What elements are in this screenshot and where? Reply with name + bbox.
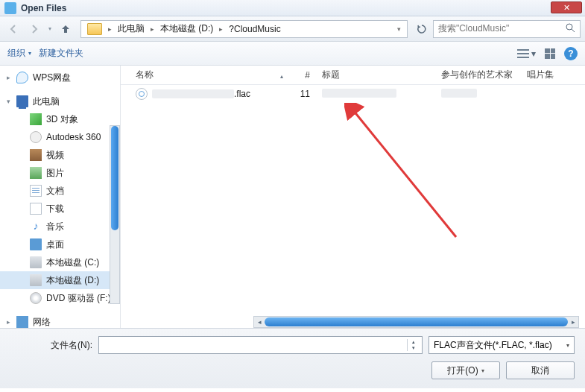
sidebar-label: 音乐 bbox=[46, 221, 64, 233]
sidebar-item-disk-c[interactable]: 本地磁盘 (C:) bbox=[0, 253, 120, 271]
breadcrumb[interactable]: ▸ 此电脑 ▸ 本地磁盘 (D:) ▸ ?CloudMusic ▾ bbox=[80, 20, 408, 38]
close-button[interactable]: ✕ bbox=[551, 1, 582, 13]
sidebar-scrollbar[interactable] bbox=[110, 125, 120, 304]
sidebar-item-network[interactable]: ▸网络 bbox=[0, 313, 120, 328]
sidebar-item-music[interactable]: ♪音乐 bbox=[0, 218, 120, 235]
sidebar-label: 本地磁盘 (D:) bbox=[46, 274, 99, 287]
view-mode-button[interactable]: ▾ bbox=[517, 48, 536, 59]
sidebar-item-autodesk[interactable]: Autodesk 360 bbox=[0, 128, 120, 146]
filename-history-spinner[interactable]: ▴▾ bbox=[407, 339, 419, 351]
open-button[interactable]: 打开(O) ▾ bbox=[431, 361, 500, 379]
back-button[interactable] bbox=[4, 20, 22, 38]
a360-icon bbox=[30, 131, 42, 143]
cell-artist bbox=[435, 89, 521, 100]
sidebar-item-desktop[interactable]: 桌面 bbox=[0, 235, 120, 253]
svg-rect-4 bbox=[517, 57, 529, 58]
new-folder-button[interactable]: 新建文件夹 bbox=[39, 47, 83, 60]
help-button[interactable]: ? bbox=[564, 47, 578, 60]
sort-asc-icon: ▴ bbox=[280, 73, 283, 80]
sidebar-item-pictures[interactable]: 图片 bbox=[0, 164, 120, 182]
scrollbar-thumb[interactable] bbox=[265, 317, 568, 326]
arrow-up-icon bbox=[60, 23, 72, 35]
sidebar-label: WPS网盘 bbox=[33, 72, 71, 84]
network-icon bbox=[16, 316, 28, 328]
filter-label: FLAC声音文件(*.FLAC, *.flac) bbox=[434, 339, 552, 352]
sidebar-label: DVD 驱动器 (F:) bbox=[46, 292, 111, 305]
sidebar-item-this-pc[interactable]: ▾此电脑 bbox=[0, 92, 120, 110]
flac-file-icon bbox=[136, 88, 148, 100]
sidebar-item-documents[interactable]: 文档 bbox=[0, 182, 120, 200]
desktop-icon bbox=[30, 238, 42, 250]
search-placeholder: 搜索"CloudMusic" bbox=[438, 22, 509, 35]
scroll-right-button[interactable]: ▸ bbox=[568, 317, 578, 327]
video-icon bbox=[30, 149, 42, 161]
refresh-button[interactable] bbox=[414, 21, 430, 37]
arrow-right-icon bbox=[28, 23, 40, 35]
sidebar-label: 本地磁盘 (C:) bbox=[46, 256, 99, 269]
expand-icon[interactable]: ▸ bbox=[4, 74, 12, 81]
column-title[interactable]: 标题 bbox=[316, 69, 435, 81]
breadcrumb-dropdown[interactable]: ▾ bbox=[394, 25, 404, 33]
sidebar-item-video[interactable]: 视频 bbox=[0, 146, 120, 164]
sidebar-item-wps[interactable]: ▸WPS网盘 bbox=[0, 69, 120, 86]
up-button[interactable] bbox=[57, 20, 75, 38]
svg-rect-2 bbox=[517, 49, 529, 51]
dvd-icon bbox=[30, 292, 42, 304]
body: ▸WPS网盘 ▾此电脑 3D 对象 Autodesk 360 视频 图片 文档 … bbox=[0, 66, 585, 328]
search-icon bbox=[565, 22, 575, 35]
crumb-folder[interactable]: ?CloudMusic bbox=[226, 24, 283, 34]
filename-label: 文件名(N): bbox=[10, 339, 92, 352]
cell-title bbox=[316, 89, 435, 100]
filename-value bbox=[102, 340, 407, 350]
cancel-button[interactable]: 取消 bbox=[506, 361, 575, 379]
chevron-right-icon: ▸ bbox=[218, 25, 224, 33]
expand-icon[interactable]: ▸ bbox=[4, 318, 12, 326]
file-type-filter[interactable]: FLAC声音文件(*.FLAC, *.flac) ▾ bbox=[429, 336, 575, 354]
column-name[interactable]: 名称▴ bbox=[130, 69, 286, 81]
sidebar-label: Autodesk 360 bbox=[46, 132, 101, 142]
filename-input[interactable]: ▴▾ bbox=[98, 336, 423, 354]
chevron-down-icon: ▾ bbox=[408, 345, 419, 351]
crumb-drive[interactable]: 本地磁盘 (D:) bbox=[157, 22, 216, 35]
folder-icon bbox=[87, 23, 102, 35]
organize-menu[interactable]: 组织 ▾ bbox=[7, 47, 31, 60]
preview-pane-button[interactable] bbox=[545, 48, 555, 59]
sidebar-label: 3D 对象 bbox=[46, 113, 78, 126]
sidebar-item-downloads[interactable]: 下载 bbox=[0, 200, 120, 218]
music-icon: ♪ bbox=[30, 221, 42, 233]
column-album[interactable]: 唱片集 bbox=[521, 69, 585, 81]
cube-icon bbox=[30, 113, 42, 125]
sidebar-item-dvd[interactable]: DVD 驱动器 (F:) bbox=[0, 289, 120, 307]
collapse-icon[interactable]: ▾ bbox=[4, 98, 12, 105]
sidebar-label: 图片 bbox=[46, 167, 64, 180]
new-folder-label: 新建文件夹 bbox=[39, 47, 83, 60]
forward-button[interactable] bbox=[25, 20, 43, 38]
history-dropdown[interactable]: ▾ bbox=[46, 25, 54, 32]
scrollbar-thumb[interactable] bbox=[111, 126, 118, 230]
chevron-right-icon: ▸ bbox=[149, 25, 156, 33]
redacted-artist bbox=[441, 89, 477, 98]
file-row[interactable]: .flac 11 bbox=[121, 85, 585, 103]
cancel-label: 取消 bbox=[531, 364, 549, 377]
organize-label: 组织 bbox=[7, 47, 25, 60]
sidebar: ▸WPS网盘 ▾此电脑 3D 对象 Autodesk 360 视频 图片 文档 … bbox=[0, 66, 121, 328]
scroll-left-button[interactable]: ◂ bbox=[254, 317, 265, 327]
file-extension: .flac bbox=[234, 89, 250, 99]
svg-line-5 bbox=[353, 110, 456, 237]
search-input[interactable]: 搜索"CloudMusic" bbox=[433, 20, 581, 38]
pc-icon bbox=[16, 95, 28, 107]
crumb-pc[interactable]: 此电脑 bbox=[115, 22, 148, 35]
svg-line-1 bbox=[572, 29, 575, 32]
chevron-up-icon: ▴ bbox=[408, 339, 419, 345]
title-bar: Open Files ✕ bbox=[0, 0, 585, 16]
svg-point-0 bbox=[566, 24, 572, 30]
column-number[interactable]: # bbox=[286, 70, 316, 80]
sidebar-label: 网络 bbox=[33, 316, 51, 329]
toolbar: 组织 ▾ 新建文件夹 ▾ ? bbox=[0, 42, 585, 66]
sidebar-item-disk-d[interactable]: 本地磁盘 (D:) bbox=[0, 271, 120, 289]
cloud-icon bbox=[16, 72, 28, 83]
column-artist[interactable]: 参与创作的艺术家 bbox=[435, 69, 521, 81]
horizontal-scrollbar[interactable]: ◂ ▸ bbox=[253, 316, 579, 328]
cell-tracknum: 11 bbox=[286, 89, 316, 99]
sidebar-item-3d[interactable]: 3D 对象 bbox=[0, 110, 120, 128]
